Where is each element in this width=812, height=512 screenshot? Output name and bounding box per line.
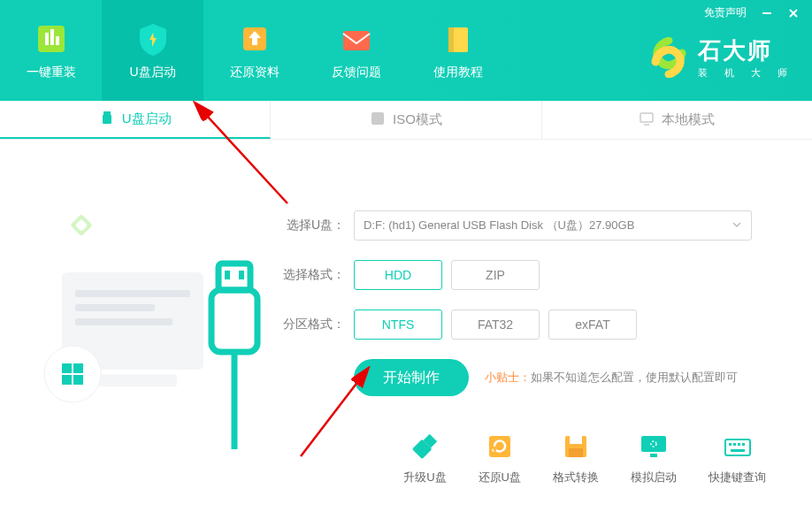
svg-rect-5 <box>343 31 370 50</box>
book-icon <box>440 20 477 57</box>
start-button[interactable]: 开始制作 <box>354 359 469 396</box>
svg-rect-20 <box>75 318 172 325</box>
tab-label: 还原资料 <box>230 65 280 80</box>
subtab-label: ISO模式 <box>393 111 442 128</box>
svg-rect-17 <box>88 374 177 386</box>
svg-rect-19 <box>75 304 155 311</box>
svg-rect-1 <box>45 33 49 45</box>
tab-feedback[interactable]: 反馈问题 <box>305 0 407 101</box>
fmt-hdd[interactable]: HDD <box>354 260 442 290</box>
fmt-zip[interactable]: ZIP <box>451 260 540 290</box>
svg-rect-13 <box>372 112 384 125</box>
minimize-button[interactable] <box>761 7 773 19</box>
svg-rect-23 <box>73 363 83 373</box>
window-controls: 免责声明 <box>704 5 800 20</box>
fmt-label: 选择格式： <box>283 267 345 283</box>
illustration <box>35 175 265 440</box>
main-tabs: 一键重装 U盘启动 还原资料 反馈问题 使用教程 <box>0 0 509 101</box>
keyboard-icon <box>722 431 754 462</box>
header: 一键重装 U盘启动 还原资料 反馈问题 使用教程 免责声明 <box>0 0 812 101</box>
footer-actions: 升级U盘 还原U盘 格式转换 模拟启动 快捷键查询 <box>403 431 766 485</box>
svg-rect-22 <box>62 363 72 373</box>
svg-rect-12 <box>103 115 111 124</box>
tab-label: 反馈问题 <box>332 65 381 80</box>
svg-rect-3 <box>56 36 59 45</box>
foot-shortcut[interactable]: 快捷键查询 <box>709 431 766 485</box>
tab-tutorial[interactable]: 使用教程 <box>407 0 509 101</box>
subtab-label: 本地模式 <box>662 111 715 128</box>
hint-text: 如果不知道怎么配置，使用默认配置即可 <box>531 371 738 384</box>
svg-rect-35 <box>489 436 510 457</box>
restore-icon <box>236 20 273 57</box>
svg-rect-2 <box>50 29 54 45</box>
chevron-down-icon <box>732 219 742 233</box>
part-exfat[interactable]: exFAT <box>548 309 637 340</box>
foot-label: 升级U盘 <box>403 470 446 485</box>
reinstall-icon <box>33 20 70 57</box>
restore-usb-icon <box>484 431 516 462</box>
subtab-usb[interactable]: U盘启动 <box>0 101 271 139</box>
iso-icon <box>370 111 386 129</box>
usb-value: D:F: (hd1) General USB Flash Disk （U盘）27… <box>364 218 634 233</box>
part-ntfs[interactable]: NTFS <box>354 309 442 340</box>
tab-label: U盘启动 <box>129 65 175 80</box>
foot-label: 格式转换 <box>553 470 599 485</box>
subtab-label: U盘启动 <box>122 111 172 127</box>
disclaimer-link[interactable]: 免责声明 <box>704 5 747 20</box>
brand-subtitle: 装 机 大 师 <box>698 66 794 80</box>
main-panel: 选择U盘： D:F: (hd1) General USB Flash Disk … <box>0 140 812 396</box>
svg-point-21 <box>44 346 101 402</box>
foot-label: 模拟启动 <box>631 470 677 485</box>
brand: 石大师 装 机 大 师 <box>648 35 794 80</box>
foot-upgrade[interactable]: 升级U盘 <box>403 431 446 485</box>
svg-rect-18 <box>75 290 190 297</box>
svg-rect-39 <box>641 436 666 452</box>
part-fat32[interactable]: FAT32 <box>451 309 540 340</box>
svg-rect-41 <box>650 454 657 457</box>
svg-rect-7 <box>448 27 454 52</box>
mail-icon <box>338 20 375 57</box>
svg-rect-43 <box>729 443 732 446</box>
monitor-icon <box>639 111 655 129</box>
tab-usbboot[interactable]: U盘启动 <box>102 0 203 101</box>
subtab-iso[interactable]: ISO模式 <box>271 101 541 139</box>
svg-rect-31 <box>211 290 257 352</box>
tab-reinstall[interactable]: 一键重装 <box>0 0 102 101</box>
tab-label: 一键重装 <box>27 65 76 80</box>
close-button[interactable] <box>787 7 800 19</box>
brand-title: 石大师 <box>698 35 794 66</box>
svg-rect-45 <box>738 443 740 446</box>
foot-restore[interactable]: 还原U盘 <box>479 431 521 485</box>
usb-label: 选择U盘： <box>283 218 345 233</box>
monitor-play-icon <box>638 431 670 462</box>
subtab-local[interactable]: 本地模式 <box>542 101 812 139</box>
svg-rect-14 <box>640 113 653 122</box>
svg-rect-28 <box>218 264 250 290</box>
tab-label: 使用教程 <box>433 65 483 80</box>
svg-rect-11 <box>103 111 111 115</box>
foot-label: 还原U盘 <box>479 470 521 485</box>
usb-icon <box>99 110 115 128</box>
svg-rect-46 <box>742 443 745 446</box>
svg-rect-24 <box>62 375 72 385</box>
usb-shield-icon <box>134 20 172 57</box>
svg-rect-38 <box>569 448 583 457</box>
svg-rect-25 <box>73 375 83 385</box>
brand-logo-icon <box>648 37 689 78</box>
foot-convert[interactable]: 格式转换 <box>553 431 599 485</box>
hint: 小贴士：如果不知道怎么配置，使用默认配置即可 <box>485 370 738 386</box>
part-label: 分区格式： <box>283 317 345 332</box>
usb-select[interactable]: D:F: (hd1) General USB Flash Disk （U盘）27… <box>354 210 752 241</box>
svg-rect-42 <box>725 439 750 455</box>
foot-label: 快捷键查询 <box>709 470 766 485</box>
foot-simulate[interactable]: 模拟启动 <box>631 431 677 485</box>
sub-tabs: U盘启动 ISO模式 本地模式 <box>0 101 812 140</box>
svg-rect-47 <box>731 449 745 452</box>
floppy-icon <box>560 431 592 462</box>
tab-restore[interactable]: 还原资料 <box>203 0 305 101</box>
svg-rect-37 <box>570 436 582 444</box>
svg-rect-44 <box>733 443 736 446</box>
hint-prefix: 小贴士： <box>485 371 531 384</box>
usb-upgrade-icon <box>409 431 440 462</box>
